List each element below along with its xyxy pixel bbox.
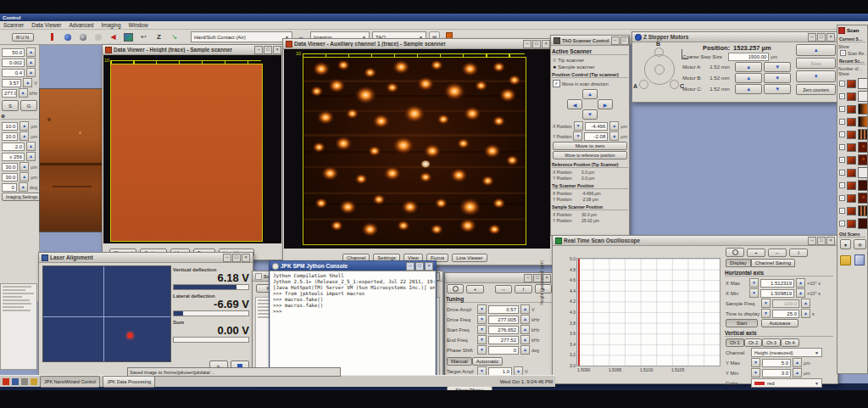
minimize-icon[interactable]: – bbox=[611, 36, 620, 45]
tab-display[interactable]: Display bbox=[726, 259, 751, 267]
taskbar-window-data-processing[interactable]: JPK Data Processing bbox=[103, 376, 155, 388]
tab-ch-1[interactable]: Ch 1 bbox=[726, 338, 744, 347]
end-freq-field[interactable]: 277.52 bbox=[488, 336, 519, 344]
folder-icon[interactable] bbox=[840, 255, 851, 265]
scan-item[interactable]: ✓ bbox=[839, 103, 865, 115]
sidebar-field-increment[interactable]: ▲ bbox=[26, 58, 36, 67]
color-dropdown[interactable]: red ▼ bbox=[751, 378, 822, 388]
sample-freq-increment[interactable]: ▲ bbox=[801, 299, 810, 308]
sidebar-field-increment[interactable]: ▲ bbox=[26, 68, 36, 77]
scan-item-checkbox[interactable]: ✓ bbox=[839, 81, 845, 87]
y-max-decrement[interactable]: ▼ bbox=[751, 358, 760, 367]
jython-console-window[interactable]: JPK SPM Jython Console –□× Jython Compil… bbox=[269, 260, 437, 381]
scan-thumbnail-strip[interactable] bbox=[858, 129, 868, 140]
autosave-button[interactable]: Autosave bbox=[761, 319, 798, 327]
minimize-icon[interactable]: – bbox=[523, 40, 531, 48]
time-display-increment[interactable]: ▲ bbox=[801, 309, 810, 318]
tuning-window[interactable]: –□× + ↔ I ✎ Tuning Drive Ampl▼0.57▲VDriv… bbox=[444, 272, 554, 384]
laser-alignment-window[interactable]: Laser Alignment –□× Vertical deflection … bbox=[38, 252, 253, 376]
start-freq-decrement[interactable]: ▼ bbox=[477, 325, 487, 334]
camera-icon[interactable] bbox=[76, 31, 89, 43]
image-view-icon[interactable] bbox=[122, 31, 135, 43]
maximize-icon[interactable]: □ bbox=[817, 33, 826, 42]
scan-item[interactable]: ✓ bbox=[839, 218, 865, 229]
scan-thumbnail-strip[interactable] bbox=[858, 154, 868, 165]
scan-item[interactable]: ✓ bbox=[839, 205, 865, 216]
menu-window[interactable]: Window bbox=[129, 22, 148, 28]
y-min-field[interactable]: 3.0 bbox=[762, 369, 791, 377]
scan-item-checkbox[interactable]: ✓ bbox=[839, 208, 845, 214]
y-position-increment[interactable]: ▲ bbox=[609, 131, 619, 141]
taskbar-launcher-icon[interactable] bbox=[21, 378, 28, 385]
tab-ch-4[interactable]: Ch 4 bbox=[781, 338, 799, 347]
maximize-icon[interactable]: □ bbox=[532, 40, 541, 48]
motor-b-down-button[interactable]: ▼ bbox=[764, 73, 791, 83]
quadrant-detector-view[interactable] bbox=[42, 265, 171, 362]
old-scans-tool-icon[interactable]: ▾ bbox=[840, 239, 851, 249]
scan-item-checkbox[interactable]: ✓ bbox=[839, 131, 845, 137]
tab-automatic[interactable]: Automatic bbox=[472, 357, 504, 366]
tab-manual[interactable]: Manual bbox=[447, 357, 472, 366]
scan-item-checkbox[interactable]: ✓ bbox=[839, 170, 845, 176]
sidebar-field-increment[interactable]: ▲ bbox=[19, 172, 29, 182]
withdraw-arrow-icon[interactable]: ◀ bbox=[107, 31, 120, 43]
scan-thumbnail-strip[interactable] bbox=[858, 116, 868, 127]
step-button[interactable]: Step bbox=[796, 58, 836, 69]
scan-item[interactable]: ✓ bbox=[839, 91, 865, 102]
undo-arrow-icon[interactable]: ↩ bbox=[137, 31, 150, 43]
sidebar-field[interactable]: 277.005 bbox=[2, 89, 17, 98]
imaging-settings-button[interactable]: Imaging Settings bbox=[2, 193, 40, 201]
y-position-field[interactable]: -2.08 bbox=[584, 132, 608, 141]
tip-scanner-radio[interactable]: ○ bbox=[553, 57, 556, 63]
old-scans-tool-icon[interactable]: ✛ bbox=[854, 239, 866, 249]
maximize-icon[interactable]: □ bbox=[264, 46, 272, 54]
y-min-increment[interactable]: ▲ bbox=[793, 368, 802, 377]
minimize-icon[interactable]: – bbox=[808, 33, 816, 42]
sample-freq-decrement[interactable]: ▼ bbox=[761, 299, 771, 308]
scan-item[interactable]: ✓ bbox=[839, 193, 865, 204]
scan-item-checkbox[interactable]: ✓ bbox=[839, 195, 845, 201]
scan-item-checkbox[interactable]: ✓ bbox=[839, 221, 845, 226]
scan-thumbnail-strip[interactable] bbox=[858, 103, 868, 115]
tab-channel-saving[interactable]: Channel Saving bbox=[751, 259, 795, 267]
scan-item-checkbox[interactable]: ✓ bbox=[839, 106, 845, 112]
tao-scanner-control-window[interactable]: TAO Scanner Control –□× Active Scanner ○… bbox=[550, 35, 630, 236]
move-to-zero-button[interactable]: Move to zero bbox=[553, 142, 627, 150]
ibeam-icon[interactable]: I bbox=[789, 249, 808, 257]
x-min-increment[interactable]: ▲ bbox=[796, 288, 805, 298]
sidebar-field-increment[interactable]: ▲ bbox=[26, 152, 36, 161]
y-max-field[interactable]: 5.0 bbox=[762, 359, 791, 367]
scan-thumbnail-strip[interactable] bbox=[858, 180, 868, 191]
motors-up-button[interactable]: ▲ bbox=[796, 44, 836, 56]
sidebar-field-increment[interactable]: ▲ bbox=[26, 142, 36, 151]
time-display-field[interactable]: 25.0 bbox=[772, 310, 799, 318]
sidebar-field[interactable]: 10.0 bbox=[2, 132, 18, 141]
menu-advanced[interactable]: Advanced bbox=[70, 22, 94, 28]
taskbar-window-nanowizard[interactable]: JPK NanoWizard Control bbox=[40, 376, 100, 388]
sidebar-field-increment[interactable]: ▲ bbox=[26, 48, 36, 57]
sidebar-tool-button[interactable]: S bbox=[2, 100, 19, 111]
sidebar-field[interactable]: 10.0 bbox=[2, 122, 18, 131]
minimize-icon[interactable]: – bbox=[524, 274, 532, 282]
data-viewer-aux-window[interactable]: Data Viewer - Auxiliary channel 1 (trace… bbox=[282, 38, 554, 265]
target-ampl-field[interactable]: 1.0 bbox=[488, 367, 512, 376]
sidebar-field[interactable]: 2.0 bbox=[2, 143, 25, 151]
move-right-button[interactable]: ▶ bbox=[598, 99, 613, 109]
minimize-icon[interactable]: – bbox=[808, 237, 816, 245]
move-left-button[interactable]: ◀ bbox=[567, 99, 582, 109]
minimize-icon[interactable]: – bbox=[254, 46, 263, 54]
sample-scanner-radio[interactable]: ● bbox=[553, 64, 556, 70]
y-position-decrement[interactable]: ▼ bbox=[573, 131, 582, 141]
drive-ampl-decrement[interactable]: ▼ bbox=[477, 305, 487, 314]
scan-thumbnail-strip[interactable] bbox=[858, 91, 868, 102]
scan-item[interactable]: ✓ bbox=[839, 129, 865, 140]
hresize-icon[interactable]: ↔ bbox=[495, 285, 512, 293]
x-max-increment[interactable]: ▲ bbox=[796, 278, 805, 288]
drive-ampl-field[interactable]: 0.57 bbox=[488, 305, 519, 314]
end-freq-increment[interactable]: ▲ bbox=[520, 335, 530, 344]
sidebar-field[interactable]: 30.0 bbox=[2, 163, 18, 171]
tuning-titlebar[interactable]: –□× bbox=[445, 273, 554, 283]
sidebar-field-increment[interactable]: ▲ bbox=[19, 88, 28, 98]
menu-scanner[interactable]: Scanner bbox=[3, 22, 24, 28]
hresize-icon[interactable]: ↔ bbox=[768, 249, 787, 257]
